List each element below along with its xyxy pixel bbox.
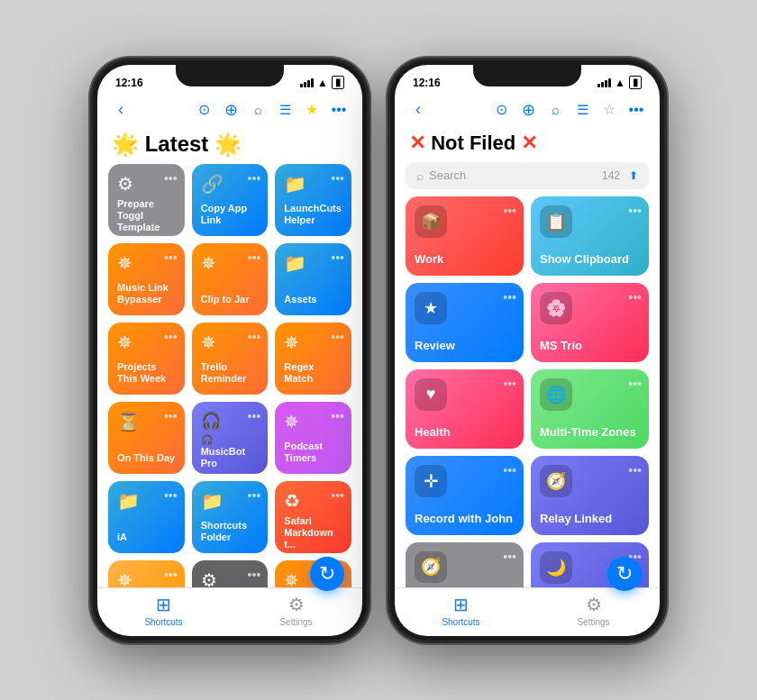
add-icon-2[interactable]: ⊕ — [515, 97, 541, 123]
tile-review-more[interactable]: ••• — [503, 290, 516, 305]
signal-bars-1 — [300, 78, 314, 87]
tile-ia-label: iA — [117, 532, 176, 543]
tile-copy-app-link-more[interactable]: ••• — [248, 171, 261, 186]
tile-multi-time[interactable]: 🌐 Multi-Time Zones ••• — [531, 369, 649, 449]
tile-shortcuts-folder[interactable]: 📁 Shortcuts Folder ••• — [192, 481, 269, 553]
tile-trello-label: Trello Reminder — [201, 361, 260, 385]
tile-shortcuts-folder-label: Shortcuts Folder — [201, 520, 260, 543]
tab-shortcuts-1[interactable]: ⊞ Shortcuts — [97, 594, 230, 627]
search-bar-count: 142 — [602, 169, 620, 182]
tile-linked-post-icon-bg: 🧭 — [415, 551, 447, 584]
tile-music-link[interactable]: ✵ Music Link Bypasser ••• — [108, 243, 185, 315]
tile-music-link-more[interactable]: ••• — [164, 250, 178, 265]
tile-show-clipboard-more[interactable]: ••• — [628, 204, 642, 218]
tab-bar-1: ⊞ Shortcuts ⚙ Settings — [97, 587, 362, 636]
tile-relay-linked-more[interactable]: ••• — [628, 463, 642, 477]
tile-podcast-more[interactable]: ••• — [331, 409, 344, 423]
tile-prepare-toggl-label: Prepare Toggl Template — [117, 198, 176, 234]
tile-safari-md[interactable]: ♻ Safari Markdown t... ••• — [275, 481, 351, 553]
tile-work-icon-bg: 📦 — [415, 205, 447, 238]
tile-clip-jar[interactable]: ✵ Clip to Jar ••• — [192, 243, 269, 315]
tile-record-john-more[interactable]: ••• — [503, 463, 516, 477]
tab-settings-label-1: Settings — [279, 617, 312, 627]
tile-relay-linked[interactable]: 🧭 Relay Linked ••• — [531, 456, 649, 535]
filter-icon-1[interactable]: ☰ — [272, 97, 297, 123]
tile-ms-trio-icon-bg: 🌸 — [540, 292, 572, 324]
tile-work-label: Work — [415, 252, 515, 267]
not-filed-text: Not Filed — [431, 132, 521, 154]
tile-health-icon: ♥ — [426, 385, 436, 404]
tile-show-clipboard[interactable]: 📋 Show Clipboard ••• — [531, 196, 649, 276]
tile-evo-checker-more[interactable]: ••• — [248, 568, 261, 582]
tile-review[interactable]: ★ Review ••• — [406, 283, 524, 362]
tile-image-ftp[interactable]: ✵ Image FTP ••• — [108, 560, 185, 587]
tile-podcast[interactable]: ✵ Podcast Timers ••• — [275, 402, 351, 474]
fab-2[interactable]: ↻ — [607, 557, 642, 591]
tile-ms-trio-more[interactable]: ••• — [628, 290, 642, 305]
tile-linked-post-more[interactable]: ••• — [503, 550, 516, 564]
tile-clip-jar-more[interactable]: ••• — [248, 250, 261, 265]
tile-shortcuts-folder-more[interactable]: ••• — [248, 488, 261, 503]
tile-record-john[interactable]: ✛ Record with John ••• — [406, 456, 524, 535]
tab-settings-2[interactable]: ⚙ Settings — [527, 594, 660, 627]
back-button-2[interactable]: ‹ — [406, 97, 431, 123]
more-icon-2[interactable]: ••• — [624, 97, 649, 123]
tile-health-more[interactable]: ••• — [503, 377, 516, 391]
back-button-1[interactable]: ‹ — [108, 97, 133, 123]
fab-1[interactable]: ↻ — [310, 557, 344, 591]
tile-health-icon-bg: ♥ — [415, 378, 447, 411]
tile-musicbot-more[interactable]: ••• — [248, 409, 261, 423]
tile-work[interactable]: 📦 Work ••• — [406, 196, 524, 276]
tile-copy-app-link[interactable]: 🔗 Copy App Link ••• — [192, 164, 269, 236]
layers-icon-1[interactable]: ⊙ — [191, 97, 216, 123]
more-icon-1[interactable]: ••• — [326, 97, 351, 123]
tile-assets[interactable]: 📁 Assets ••• — [275, 243, 351, 315]
tile-going-sleep-icon-bg: 🌙 — [540, 551, 572, 584]
tile-projects[interactable]: ✵ Projects This Week ••• — [108, 323, 185, 395]
nav-bar-1: ‹ ⊙ ⊕ ⌕ ☰ ★ ••• — [97, 94, 362, 128]
tile-linked-post[interactable]: 🧭 Linked Post → iA Writer ••• — [406, 542, 524, 587]
time-1: 12:16 — [115, 77, 143, 89]
tile-ms-trio[interactable]: 🌸 MS Trio ••• — [531, 283, 649, 362]
phone-screen-1: 12:16 ▲ ▮ ‹ ⊙ ⊕ ⌕ — [97, 65, 362, 636]
search-icon-1[interactable]: ⌕ — [245, 97, 270, 123]
tile-review-icon: ★ — [424, 298, 438, 318]
tile-prepare-toggl-more[interactable]: ••• — [164, 171, 178, 186]
tile-musicbot[interactable]: 🎧 🎧 MusicBot Pro ••• — [192, 402, 269, 474]
tile-trello[interactable]: ✵ Trello Reminder ••• — [192, 323, 269, 395]
filter-icon-2[interactable]: ☰ — [570, 97, 595, 123]
tile-prepare-toggl[interactable]: ⚙ Prepare Toggl Template ••• — [108, 164, 185, 236]
shortcuts-grid-2: 📦 Work ••• 📋 Show Clipboard ••• ★ — [395, 196, 660, 587]
star-icon-1[interactable]: ★ — [299, 97, 324, 123]
tab-shortcuts-2[interactable]: ⊞ Shortcuts — [395, 594, 527, 627]
notch-2 — [473, 65, 581, 86]
tile-health[interactable]: ♥ Health ••• — [406, 369, 524, 449]
tab-shortcuts-label-1: Shortcuts — [144, 617, 182, 627]
tile-safari-md-label: Safari Markdown t... — [284, 515, 342, 551]
tile-image-ftp-more[interactable]: ••• — [164, 568, 178, 582]
star-icon-2[interactable]: ☆ — [597, 97, 622, 123]
tile-regex-more[interactable]: ••• — [331, 330, 344, 344]
add-icon-1[interactable]: ⊕ — [218, 97, 243, 123]
tile-projects-more[interactable]: ••• — [164, 330, 178, 344]
layers-icon-2[interactable]: ⊙ — [488, 97, 514, 123]
tab-bar-2: ⊞ Shortcuts ⚙ Settings — [395, 587, 660, 636]
tile-assets-more[interactable]: ••• — [331, 250, 344, 265]
tile-on-this-day-more[interactable]: ••• — [164, 409, 178, 423]
tile-work-more[interactable]: ••• — [503, 204, 516, 218]
tile-launchcuts[interactable]: 📁 LaunchCuts Helper ••• — [275, 164, 351, 236]
tile-regex[interactable]: ✵ Regex Match ••• — [275, 323, 351, 395]
tile-trello-more[interactable]: ••• — [248, 330, 261, 344]
tile-ia-more[interactable]: ••• — [164, 488, 178, 503]
tab-settings-1[interactable]: ⚙ Settings — [230, 594, 362, 627]
search-bar-2[interactable]: ⌕ Search 142 ⬆ — [406, 162, 649, 189]
time-2: 12:16 — [413, 77, 441, 89]
tile-safari-md-more[interactable]: ••• — [331, 488, 344, 503]
tile-ia[interactable]: 📁 iA ••• — [108, 481, 185, 553]
tile-launchcuts-more[interactable]: ••• — [331, 171, 344, 186]
tile-show-clipboard-label: Show Clipboard — [540, 252, 640, 267]
tile-evo-checker[interactable]: ⚙ Evo Checker ••• — [192, 560, 269, 587]
tile-multi-time-more[interactable]: ••• — [628, 377, 642, 391]
search-icon-2[interactable]: ⌕ — [543, 97, 568, 123]
tile-on-this-day[interactable]: ⏳ On This Day ••• — [108, 402, 185, 474]
